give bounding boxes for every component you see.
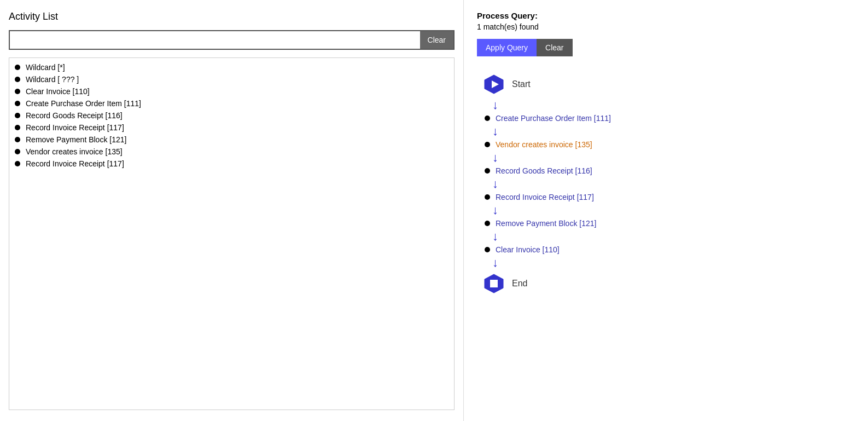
flow-start: Start xyxy=(482,73,855,96)
flow-step-step-record-goods: Record Goods Receipt [116] xyxy=(482,165,855,177)
flow-step-bullet xyxy=(485,142,490,147)
flow-step-step-remove-payment: Remove Payment Block [121] xyxy=(482,217,855,229)
list-item-label: Wildcard [ ??? ] xyxy=(26,75,79,84)
flow-step-bullet xyxy=(485,247,490,252)
bullet-icon xyxy=(15,113,20,118)
start-icon xyxy=(482,73,505,96)
match-count: 1 match(es) found xyxy=(477,22,855,31)
flow-step-step-record-invoice: Record Invoice Receipt [117] xyxy=(482,191,855,203)
list-item-label: Record Invoice Receipt [117] xyxy=(26,159,124,168)
flow-step-label: Remove Payment Block [121] xyxy=(496,219,596,228)
flow-step-bullet xyxy=(485,116,490,121)
bullet-icon xyxy=(15,125,20,130)
list-item-remove-payment-block[interactable]: Remove Payment Block [121] xyxy=(15,134,448,146)
list-item-label: Record Invoice Receipt [117] xyxy=(26,123,124,132)
bullet-icon xyxy=(15,137,20,142)
arrow-down-icon: ↓ xyxy=(492,230,498,243)
arrow-down-icon: ↓ xyxy=(492,178,498,190)
list-item-wildcard-star[interactable]: Wildcard [*] xyxy=(15,61,448,73)
flow-arrow-3: ↓ xyxy=(482,178,855,190)
list-item-label: Create Purchase Order Item [111] xyxy=(26,99,141,108)
flow-step-label: Create Purchase Order Item [111] xyxy=(496,114,611,123)
flow-step-label: Record Goods Receipt [116] xyxy=(496,166,592,175)
flow-step-step-clear-invoice: Clear Invoice [110] xyxy=(482,244,855,256)
left-panel: Activity List Clear Wildcard [*]Wildcard… xyxy=(0,0,464,421)
flow-steps: ↓Create Purchase Order Item [111]↓Vendor… xyxy=(482,99,855,269)
flow-start-label: Start xyxy=(512,79,531,89)
list-item-create-po-item[interactable]: Create Purchase Order Item [111] xyxy=(15,97,448,109)
flow-step-label: Clear Invoice [110] xyxy=(496,245,560,254)
process-query-title: Process Query: xyxy=(477,11,855,20)
apply-query-button[interactable]: Apply Query xyxy=(477,39,537,56)
list-item-record-invoice-receipt-2[interactable]: Record Invoice Receipt [117] xyxy=(15,158,448,170)
flow-arrow-4: ↓ xyxy=(482,204,855,216)
flow-step-label: Vendor creates invoice [135] xyxy=(496,140,592,149)
arrow-down-icon: ↓ xyxy=(492,152,498,164)
bullet-icon xyxy=(15,77,20,82)
list-item-record-invoice-receipt[interactable]: Record Invoice Receipt [117] xyxy=(15,122,448,134)
list-item-vendor-creates-invoice[interactable]: Vendor creates invoice [135] xyxy=(15,146,448,158)
flow-arrow-2: ↓ xyxy=(482,152,855,164)
list-item-label: Remove Payment Block [121] xyxy=(26,135,126,144)
list-item-label: Vendor creates invoice [135] xyxy=(26,147,123,156)
flow-arrow-5: ↓ xyxy=(482,230,855,243)
flow-step-bullet xyxy=(485,221,490,226)
flow-arrow-0: ↓ xyxy=(482,99,855,111)
search-input[interactable] xyxy=(10,31,420,49)
flow-container: Start ↓Create Purchase Order Item [111]↓… xyxy=(477,73,855,295)
panel-title: Activity List xyxy=(9,11,455,22)
end-icon xyxy=(482,272,505,295)
arrow-down-icon: ↓ xyxy=(492,99,498,111)
flow-step-bullet xyxy=(485,194,490,200)
flow-arrow-1: ↓ xyxy=(482,125,855,137)
flow-end-label: End xyxy=(512,279,527,289)
flow-step-label: Record Invoice Receipt [117] xyxy=(496,193,594,201)
bullet-icon xyxy=(15,65,20,70)
right-panel: Process Query: 1 match(es) found Apply Q… xyxy=(464,0,868,421)
flow-step-bullet xyxy=(485,168,490,174)
flow-end: End xyxy=(482,272,855,295)
list-item-clear-invoice[interactable]: Clear Invoice [110] xyxy=(15,85,448,97)
flow-step-step-create-po: Create Purchase Order Item [111] xyxy=(482,112,855,124)
activity-list: Wildcard [*]Wildcard [ ??? ]Clear Invoic… xyxy=(9,57,455,410)
list-item-label: Wildcard [*] xyxy=(26,63,65,72)
arrow-down-icon: ↓ xyxy=(492,125,498,137)
bullet-icon xyxy=(15,89,20,94)
query-clear-button[interactable]: Clear xyxy=(537,39,572,56)
flow-step-step-vendor-invoice: Vendor creates invoice [135] xyxy=(482,139,855,151)
list-item-label: Clear Invoice [110] xyxy=(26,87,90,96)
arrow-down-icon: ↓ xyxy=(492,204,498,216)
svg-rect-3 xyxy=(490,280,498,287)
list-item-wildcard-qqq[interactable]: Wildcard [ ??? ] xyxy=(15,73,448,85)
bullet-icon xyxy=(15,149,20,154)
query-buttons: Apply Query Clear xyxy=(477,39,855,56)
search-bar: Clear xyxy=(9,30,455,50)
arrow-down-icon: ↓ xyxy=(492,257,498,269)
list-item-label: Record Goods Receipt [116] xyxy=(26,111,123,120)
clear-button[interactable]: Clear xyxy=(420,31,453,49)
list-item-record-goods-receipt[interactable]: Record Goods Receipt [116] xyxy=(15,109,448,122)
flow-arrow-end: ↓ xyxy=(482,257,855,269)
bullet-icon xyxy=(15,101,20,106)
bullet-icon xyxy=(15,161,20,166)
